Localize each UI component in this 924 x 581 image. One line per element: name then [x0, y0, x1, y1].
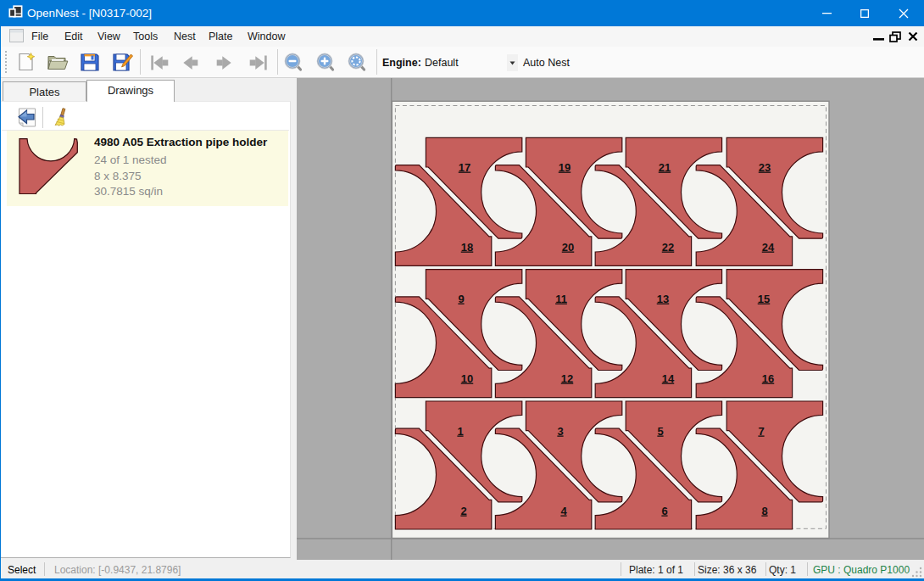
svg-text:3: 3	[557, 425, 563, 438]
svg-text:9: 9	[458, 293, 464, 305]
svg-text:17: 17	[459, 161, 470, 174]
svg-text:14: 14	[662, 372, 675, 385]
svg-text:10: 10	[461, 372, 473, 385]
svg-text:5: 5	[657, 425, 663, 438]
svg-text:1: 1	[457, 425, 463, 438]
svg-text:24: 24	[762, 241, 775, 254]
svg-text:4: 4	[560, 505, 567, 517]
svg-text:12: 12	[561, 372, 573, 385]
svg-text:2: 2	[460, 505, 466, 517]
svg-text:19: 19	[559, 161, 571, 174]
svg-text:21: 21	[659, 161, 671, 174]
svg-text:23: 23	[759, 161, 771, 174]
svg-text:18: 18	[461, 241, 473, 254]
svg-text:8: 8	[761, 505, 767, 517]
svg-text:15: 15	[758, 293, 770, 305]
svg-text:6: 6	[661, 505, 667, 517]
svg-text:22: 22	[662, 241, 674, 254]
svg-text:16: 16	[762, 372, 774, 385]
svg-text:20: 20	[562, 241, 574, 254]
svg-text:7: 7	[758, 425, 764, 438]
svg-text:11: 11	[555, 293, 567, 305]
svg-text:13: 13	[657, 293, 669, 305]
